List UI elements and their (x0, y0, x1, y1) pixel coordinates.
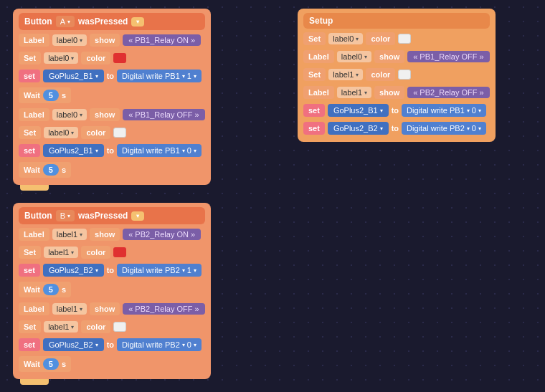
goplus2-b2-0[interactable]: GoPlus2_B2 ▾ (43, 338, 104, 351)
setup-pb2-off[interactable]: PB2_Relay OFF (407, 87, 489, 98)
label-keyword-2: Label (19, 108, 49, 121)
digital-write-pb1-s[interactable]: Digital write PB1 ▾ 0 ▾ (402, 104, 486, 117)
setup-row-5: set GoPlus2_B1 ▾ to Digital write PB1 ▾ … (303, 104, 490, 117)
goplus2-b2-1[interactable]: GoPlus2_B2 ▾ (43, 264, 104, 277)
was-pressed-label: wasPressed (78, 16, 128, 27)
label0-set-field-2[interactable]: label0 ▾ (44, 127, 78, 138)
wait-value[interactable]: 5 (43, 90, 59, 101)
to-label-2: to (107, 146, 114, 155)
show-b1: show (90, 228, 120, 241)
button-label: Button (24, 16, 52, 27)
block-tab-b (20, 379, 49, 385)
button-b-header[interactable]: Button B ▾ wasPressed ▾ (19, 207, 205, 224)
label1-b5[interactable]: label1 ▾ (52, 303, 87, 315)
label-keyword: Label (19, 34, 49, 47)
row-wait-1: Wait 5 s (19, 87, 205, 103)
set-keyword-s1: Set (303, 32, 326, 45)
setup-row-4: Label label1 ▾ show PB2_Relay OFF (303, 86, 490, 99)
pb1-relay-off-text[interactable]: PB1_Relay OFF (123, 109, 204, 120)
set-b3: set (19, 264, 40, 277)
button-a-header[interactable]: Button A ▾ wasPressed ▾ (19, 13, 205, 30)
color-white-s2[interactable] (398, 70, 411, 80)
setup-pb1-off[interactable]: PB1_Relay OFF (407, 51, 489, 62)
b-row-4: Wait 5 s (19, 282, 205, 297)
was-pressed-b-label: wasPressed (78, 211, 128, 221)
row-set-color-white: Set label0 ▾ color (19, 126, 205, 139)
label1-b6[interactable]: label1 ▾ (44, 321, 78, 333)
to-label-s1: to (392, 106, 399, 115)
set-keyword-3: Set (19, 126, 41, 139)
label0-s1[interactable]: label0 ▾ (328, 33, 363, 44)
wait-b2: Wait 5 s (19, 356, 71, 372)
button-a-block: Button A ▾ wasPressed ▾ Label label0 ▾ s… (13, 9, 211, 191)
show-b5: show (90, 302, 120, 315)
was-pressed-b-pill[interactable]: ▾ (131, 211, 144, 221)
color-b6: color (81, 320, 110, 333)
set-keyword-s2: Set (303, 68, 326, 81)
label-keyword-s1: Label (303, 50, 334, 63)
label0-field[interactable]: label0 ▾ (52, 34, 87, 46)
goplus2-b1-field[interactable]: GoPlus2_B1 ▾ (43, 70, 104, 82)
label-b5: Label (19, 302, 49, 315)
label0-s2[interactable]: label0 ▾ (337, 51, 371, 62)
show-keyword-s1: show (374, 50, 404, 63)
wait-b-val2[interactable]: 5 (43, 358, 59, 370)
button-a-pill[interactable]: A ▾ (56, 16, 75, 27)
button-b-pill[interactable]: B ▾ (56, 210, 75, 221)
pb1-relay-on-text[interactable]: PB1_Relay ON (123, 34, 201, 46)
pb2-relay-off[interactable]: PB2_Relay OFF (123, 303, 204, 315)
b-row-1: Label label1 ▾ show PB2_Relay ON (19, 228, 205, 241)
button-b-block: Button B ▾ wasPressed ▾ Label label1 ▾ s… (13, 203, 211, 385)
setup-row-6: set GoPlus2_B2 ▾ to Digital write PB2 ▾ … (303, 122, 490, 135)
label0-set-field[interactable]: label0 ▾ (44, 52, 78, 64)
color-white-swatch[interactable] (113, 128, 126, 138)
show-keyword: show (90, 34, 120, 47)
digital-write-pb1-0[interactable]: Digital write PB1 ▾ 0 ▾ (117, 144, 202, 157)
label-keyword-s2: Label (303, 86, 334, 99)
set-keyword-s4: set (303, 122, 325, 135)
b-row-6: Set label1 ▾ color (19, 320, 205, 333)
digital-write-pb2-1[interactable]: Digital write PB2 ▾ 1 ▾ (117, 264, 202, 277)
b-row-8: Wait 5 s (19, 356, 205, 372)
set-b6: Set (19, 320, 41, 333)
digital-write-pb2-0[interactable]: Digital write PB2 ▾ 0 ▾ (117, 338, 202, 351)
row-set-color-red: Set label0 ▾ color (19, 52, 205, 64)
color-keyword-s2: color (366, 68, 395, 81)
label1-s1[interactable]: label1 ▾ (328, 69, 363, 80)
wait-keyword: Wait 5 s (19, 87, 71, 103)
label1-b1[interactable]: label1 ▾ (52, 229, 87, 240)
label1-b2[interactable]: label1 ▾ (44, 247, 78, 258)
row-set-var-2: set GoPlus2_B1 ▾ to Digital write PB1 ▾ … (19, 144, 205, 157)
setup-row-3: Set label1 ▾ color (303, 68, 490, 81)
to-label-s2: to (392, 124, 399, 133)
show-keyword-s2: show (374, 86, 404, 99)
set-keyword-s3: set (303, 104, 325, 117)
pb2-relay-on[interactable]: PB2_Relay ON (123, 229, 201, 240)
row-set-var-1: set GoPlus2_B1 ▾ to Digital write PB1 ▾ … (19, 70, 205, 82)
setup-header: Setup (303, 13, 490, 29)
row-wait-2: Wait 5 s (19, 162, 205, 178)
setup-row-1: Set label0 ▾ color (303, 32, 490, 45)
wait-b-val1[interactable]: 5 (43, 284, 59, 295)
wait-value-2[interactable]: 5 (43, 164, 59, 176)
goplus2-b1-s[interactable]: GoPlus2_B1 ▾ (328, 104, 389, 117)
was-pressed-pill[interactable]: ▾ (131, 17, 144, 27)
label1-s2[interactable]: label1 ▾ (337, 87, 371, 98)
goplus2-b2-s[interactable]: GoPlus2_B2 ▾ (328, 122, 389, 135)
color-white-s1[interactable] (398, 34, 411, 44)
to-label: to (107, 72, 114, 80)
color-red-b[interactable] (113, 247, 126, 257)
color-red-swatch[interactable] (113, 53, 126, 63)
color-white-b[interactable] (113, 322, 126, 332)
digital-write-pb1-1[interactable]: Digital write PB1 ▾ 1 ▾ (117, 70, 202, 82)
row-label-show-2: Label label0 ▾ show PB1_Relay OFF (19, 108, 205, 121)
wait-keyword-2: Wait 5 s (19, 162, 71, 178)
setup-row-2: Label label0 ▾ show PB1_Relay OFF (303, 50, 490, 63)
goplus2-b1-field-2[interactable]: GoPlus2_B1 ▾ (43, 144, 104, 157)
color-b2: color (81, 246, 110, 259)
label0-field-2[interactable]: label0 ▾ (52, 109, 87, 120)
b-row-3: set GoPlus2_B2 ▾ to Digital write PB2 ▾ … (19, 264, 205, 277)
setup-block: Setup Set label0 ▾ color Label label0 ▾ … (298, 9, 496, 142)
digital-write-pb2-s[interactable]: Digital write PB2 ▾ 0 ▾ (402, 122, 486, 135)
set-keyword-2: set (19, 70, 40, 82)
